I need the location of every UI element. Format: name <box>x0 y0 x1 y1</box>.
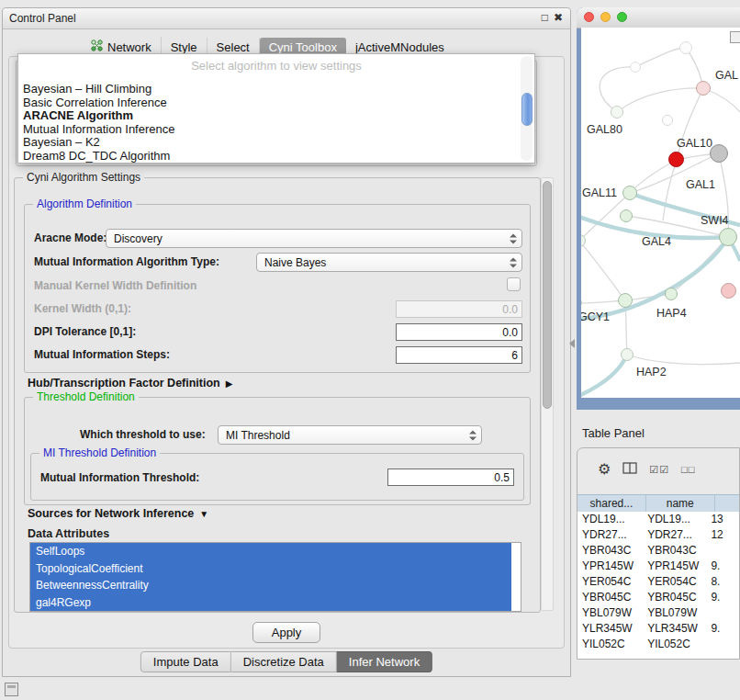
tab-label: Select <box>217 40 250 54</box>
which-threshold-label: Which threshold to use: <box>80 428 206 441</box>
network-node[interactable] <box>618 293 633 308</box>
network-node-label: HAP4 <box>656 307 687 320</box>
network-node-red[interactable] <box>668 152 684 167</box>
table-cell: YDL19... <box>643 512 708 527</box>
table-header: shared... name <box>577 494 739 513</box>
popup-scrollbar <box>521 56 533 161</box>
table-row[interactable]: YBR045C YBR045C 9. <box>577 590 739 605</box>
table-cell: YBR045C <box>577 590 643 605</box>
table-row[interactable]: YLR345W YLR345W 9. <box>577 621 739 637</box>
network-node-label: GAL1 <box>686 178 715 191</box>
collapse-down-icon: ▼ <box>199 509 208 519</box>
network-node-label: GAL <box>715 69 738 82</box>
attribute-item-selected[interactable]: BetweennessCentrality <box>30 577 511 594</box>
network-view-window: GAL80 GAL10 GAL11 GAL1 SWI4 GAL4 GCY1 HA… <box>577 7 740 410</box>
data-attributes-label: Data Attributes <box>28 527 109 540</box>
column-header-name[interactable]: name <box>646 495 715 512</box>
network-canvas[interactable]: GAL80 GAL10 GAL11 GAL1 SWI4 GAL4 GCY1 HA… <box>581 28 740 398</box>
group-title: Threshold Definition <box>33 390 139 403</box>
algorithm-option[interactable]: Basic Correlation Inference <box>20 96 518 110</box>
algorithm-option[interactable]: Bayesian – Hill Climbing <box>20 83 518 96</box>
mi-steps-field[interactable] <box>396 346 522 364</box>
table-cell <box>708 543 739 559</box>
dock-panel-icon[interactable] <box>5 683 18 696</box>
network-edges <box>581 28 740 398</box>
data-attributes-list: SelfLoops TopologicalCoefficient Between… <box>29 542 521 612</box>
deselect-all-icon[interactable]: □□ <box>681 465 695 475</box>
zoom-window-icon[interactable] <box>617 12 627 22</box>
network-node[interactable] <box>662 115 673 126</box>
birdseye-toggle[interactable] <box>730 31 740 43</box>
close-window-icon[interactable] <box>584 12 594 22</box>
table-cell: 13 <box>708 512 739 527</box>
apply-button[interactable]: Apply <box>252 622 320 643</box>
tab-discretize-data[interactable]: Discretize Data <box>231 651 337 672</box>
table-row[interactable]: YDR27... YDR27... 12 <box>577 527 739 543</box>
table-row[interactable]: YPR145W YPR145W 9. <box>577 559 739 574</box>
table-body: YDL19... YDL19... 13 YDR27... YDR27... 1… <box>577 512 739 659</box>
columns-icon[interactable] <box>622 462 637 477</box>
minimize-window-icon[interactable] <box>600 12 611 22</box>
group-title: Cyni Algorithm Settings <box>23 171 144 184</box>
network-node[interactable] <box>622 186 637 200</box>
network-node[interactable] <box>719 228 737 246</box>
dpi-tolerance-field[interactable] <box>396 323 522 341</box>
table-cell: YBL079W <box>577 605 643 621</box>
network-node-label: GAL4 <box>642 235 671 248</box>
network-node[interactable] <box>620 209 633 222</box>
float-panel-icon[interactable]: □ <box>542 11 548 24</box>
manual-kernel-checkbox[interactable] <box>507 277 521 291</box>
network-node[interactable] <box>696 81 711 96</box>
tab-infer-network[interactable]: Infer Network <box>337 651 432 672</box>
tab-impute-data[interactable]: Impute Data <box>140 651 231 672</box>
table-row[interactable]: YBR043C YBR043C <box>577 543 739 559</box>
mi-steps-label: Mutual Information Steps: <box>34 348 170 361</box>
table-cell: YBR043C <box>643 543 708 559</box>
table-cell: YPR145W <box>643 559 708 574</box>
table-cell <box>708 605 739 621</box>
network-node[interactable] <box>665 288 678 300</box>
table-cell: YPR145W <box>577 559 643 574</box>
network-node-label: HAP2 <box>636 366 667 378</box>
popup-scrollbar-thumb[interactable] <box>521 93 533 126</box>
mi-threshold-label: Mutual Information Threshold: <box>40 471 199 484</box>
algorithm-option-selected[interactable]: ARACNE Algorithm <box>20 109 518 123</box>
column-header[interactable] <box>715 495 739 512</box>
network-node-pink[interactable] <box>721 283 736 299</box>
column-header-shared-name[interactable]: shared... <box>577 495 646 512</box>
split-collapse-icon[interactable] <box>569 339 575 348</box>
control-panel-window: Control Panel □ ✖ Network <box>2 7 571 677</box>
algorithm-option[interactable]: Mutual Information Inference <box>20 123 518 137</box>
close-panel-icon[interactable]: ✖ <box>554 11 563 24</box>
table-row[interactable]: YER054C YER054C 8. <box>577 574 739 590</box>
sources-expander[interactable]: Sources for Network Inference▼ <box>28 507 208 520</box>
table-row[interactable]: YBL079W YBL079W <box>577 605 739 621</box>
network-node[interactable] <box>630 62 641 73</box>
dropdown-list: Bayesian – Hill Climbing Basic Correlati… <box>20 83 518 163</box>
network-icon <box>91 40 103 54</box>
which-threshold-select[interactable]: MI Threshold <box>218 425 482 445</box>
settings-scrollbar-thumb[interactable] <box>543 181 552 409</box>
algorithm-option[interactable]: Bayesian – K2 <box>20 136 518 150</box>
table-row[interactable]: YIL052C YIL052C <box>577 637 739 652</box>
attribute-item-selected[interactable]: gal4RGexp <box>30 594 511 612</box>
tab-label: Style <box>171 40 197 54</box>
network-node[interactable] <box>621 348 633 361</box>
network-node[interactable] <box>611 106 623 119</box>
desktop: Control Panel □ ✖ Network <box>0 0 740 700</box>
hub-definition-expander[interactable]: Hub/Transcription Factor Definition▶ <box>28 377 232 390</box>
aracne-mode-select[interactable]: Discovery <box>106 229 522 248</box>
combo-arrows-icon <box>469 430 477 440</box>
mi-type-select[interactable]: Naive Bayes <box>256 253 522 272</box>
select-all-icon[interactable]: ☑☑ <box>649 465 669 475</box>
algorithm-option[interactable]: Dream8 DC_TDC Algorithm <box>20 150 518 164</box>
kernel-width-field <box>396 300 522 318</box>
table-row[interactable]: YDL19... YDL19... 13 <box>577 512 739 527</box>
network-node-gray[interactable] <box>710 144 728 163</box>
network-node[interactable] <box>679 41 692 54</box>
gear-icon[interactable]: ⚙ <box>598 462 611 477</box>
mi-threshold-field[interactable] <box>387 469 514 486</box>
attribute-item-selected[interactable]: TopologicalCoefficient <box>30 560 511 578</box>
table-cell: YER054C <box>577 574 643 590</box>
attribute-item-selected[interactable]: SelfLoops <box>30 543 511 560</box>
